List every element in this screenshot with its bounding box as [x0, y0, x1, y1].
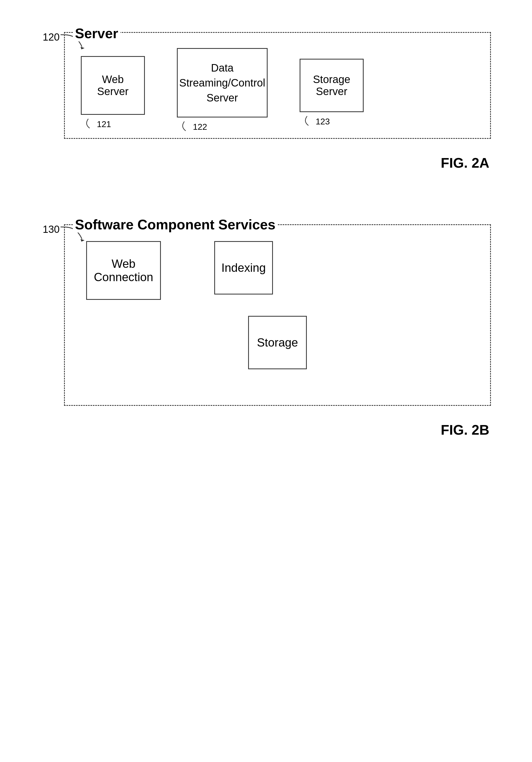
fig2b-indexing-box: Indexing — [214, 241, 273, 294]
fig2b-storage-label: Storage — [257, 336, 298, 349]
fig2a-section: 120 Server Web Server — [43, 32, 511, 171]
page: 120 Server Web Server — [0, 0, 532, 762]
fig2a-server-label: Server — [73, 25, 120, 41]
fig2b-web-connection-label: Web Connection — [94, 257, 154, 284]
fig2a-122-curve — [179, 121, 192, 132]
fig2a-web-server-box: Web Server — [81, 56, 145, 115]
fig2b-top-row: Web Connection Indexing — [65, 225, 490, 300]
fig2a-outer-box: Server Web Server 121 — [64, 32, 491, 139]
fig2a-storage-server-box: Storage Server — [299, 59, 364, 112]
fig2a-data-streaming-label: Data Streaming/Control Server — [179, 60, 265, 105]
fig2b-caption: FIG. 2B — [43, 422, 489, 438]
fig2b-storage-box: Storage — [248, 316, 307, 369]
fig2b-ref-label-130: 130 — [43, 224, 59, 234]
fig2a-121-curve — [83, 119, 96, 129]
fig2b-software-label: Software Component Services — [73, 216, 278, 233]
fig2a-caption: FIG. 2A — [43, 155, 489, 171]
fig2b-outer-box: Software Component Services Web Connecti… — [64, 224, 491, 406]
fig2a-web-server-label: Web Server — [97, 73, 129, 98]
fig2a-ref-123: 123 — [316, 117, 330, 126]
fig2a-storage-server-label: Storage Server — [313, 73, 350, 98]
fig2b-indexing-label: Indexing — [222, 261, 266, 274]
fig2a-ref-label-120: 120 — [43, 32, 59, 42]
fig2a-123-curve — [302, 116, 315, 127]
fig2a-boxes-row: Web Server 121 Data Streaming/Control Se… — [65, 33, 490, 138]
fig2a-ref-121: 121 — [97, 119, 111, 129]
fig2a-data-streaming-box: Data Streaming/Control Server — [177, 48, 268, 117]
fig2a-ref-122: 122 — [193, 122, 207, 132]
fig2b-bottom-row: Storage — [65, 300, 490, 369]
fig2b-section: 130 Software Component Services Web Conn… — [43, 224, 511, 438]
fig2b-web-connection-box: Web Connection — [86, 241, 161, 300]
